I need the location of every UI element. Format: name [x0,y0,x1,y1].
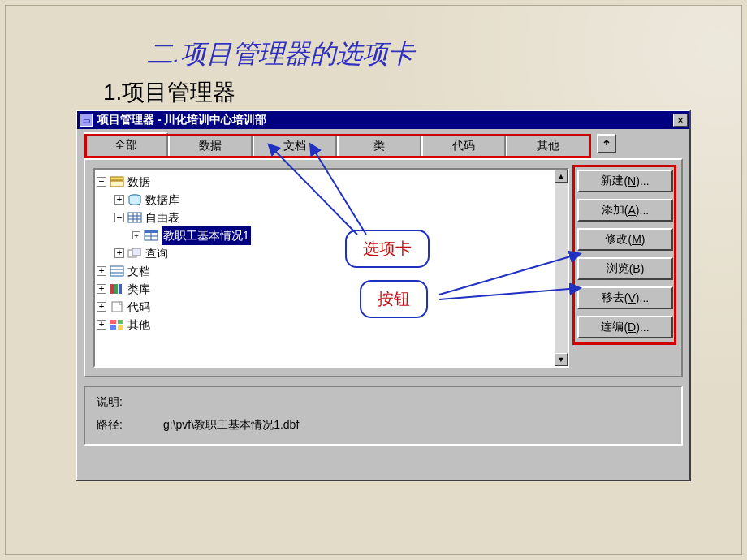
expand-icon[interactable]: + [132,231,140,239]
other-icon [110,319,124,330]
modify-button[interactable]: 修改(M) [577,228,673,251]
svg-rect-0 [110,177,123,180]
tree-node-selected[interactable]: + 教职工基本情况1 [97,226,566,244]
collapse-icon[interactable]: − [114,213,124,222]
tree-node-doc[interactable]: + 文档 [97,262,566,280]
browse-button[interactable]: 浏览(B) [577,257,673,280]
svg-rect-18 [114,284,118,294]
tree-node-database[interactable]: + 数据库 [97,191,566,209]
callout-buttons: 按钮 [360,280,428,318]
tree-label: 其他 [127,316,150,334]
query-icon [127,248,142,259]
slide-subtitle: 1.项目管理器 [103,77,725,108]
slide-title: 二.项目管理器的选项卡 [147,37,725,72]
tree: − 数据 + 数据库 − 自由表 [95,170,568,337]
path-value: g:\pvf\教职工基本情况1.dbf [163,418,299,433]
expand-icon[interactable]: + [97,302,106,312]
tree-label: 代码 [127,298,150,316]
tree-node-freetable[interactable]: − 自由表 [97,209,566,226]
svg-rect-24 [118,325,123,330]
svg-rect-9 [145,230,158,233]
new-button[interactable]: 新建(N)... [577,170,673,192]
callout-tabs: 选项卡 [345,230,430,268]
tree-label-selected: 教职工基本情况1 [162,226,251,245]
tree-node-classlib[interactable]: + 类库 [97,280,566,298]
svg-rect-13 [132,248,140,256]
expand-icon[interactable]: + [114,195,124,205]
scroll-down-icon[interactable]: ▼ [555,353,568,366]
tree-label: 自由表 [145,209,179,226]
tree-label: 数据库 [145,191,179,209]
data-icon [110,176,124,187]
titlebar[interactable]: ▭ 项目管理器 - 川化培训中心培训部 × [77,111,689,129]
svg-rect-21 [110,320,116,324]
tree-label: 文档 [127,262,150,280]
tab-code[interactable]: 代码 [421,134,506,157]
tree-label: 数据 [127,173,150,191]
tab-other[interactable]: 其他 [506,134,590,157]
tree-node-data[interactable]: − 数据 [97,173,566,191]
tab-class[interactable]: 类 [337,134,421,157]
expand-arrow-button[interactable] [597,134,616,153]
table-icon [144,230,158,241]
tree-node-other[interactable]: + 其他 [97,316,566,334]
svg-rect-17 [110,284,114,294]
tree-label: 查询 [145,244,168,262]
database-icon [127,194,142,205]
svg-rect-22 [118,320,123,324]
table-icon [127,212,142,223]
path-label: 路径: [97,418,139,433]
close-button[interactable]: × [673,114,688,127]
code-icon [110,301,124,312]
collapse-icon[interactable]: − [97,177,106,187]
tree-label: 类库 [127,280,150,298]
tree-node-code[interactable]: + 代码 [97,298,566,316]
expand-icon[interactable]: + [114,248,124,258]
doc-icon [110,265,124,277]
tab-data[interactable]: 数据 [168,134,253,157]
svg-rect-3 [128,213,141,222]
tab-doc[interactable]: 文档 [253,134,337,157]
tree-node-query[interactable]: + 查询 [97,244,566,262]
action-button-column: 新建(N)... 添加(A)... 修改(M) 浏览(B) 移去(V)... 连… [577,168,673,368]
add-button[interactable]: 添加(A)... [577,199,673,222]
svg-rect-23 [110,325,116,330]
desc-label: 说明: [97,395,139,410]
expand-icon[interactable]: + [97,266,106,276]
remove-button[interactable]: 移去(V)... [577,286,673,309]
client-area: − 数据 + 数据库 − 自由表 [84,158,683,377]
slide: 二.项目管理器的选项卡 1.项目管理器 ▭ 项目管理器 - 川化培训中心培训部 … [5,5,742,555]
tab-all[interactable]: 全部 [84,132,168,157]
expand-icon[interactable]: + [97,320,106,330]
svg-rect-1 [110,181,123,187]
vertical-scrollbar[interactable]: ▲ ▼ [555,170,568,366]
expand-icon[interactable]: + [97,284,106,294]
tree-panel: − 数据 + 数据库 − 自由表 [93,168,569,368]
build-button[interactable]: 连编(D)... [577,316,673,338]
scroll-up-icon[interactable]: ▲ [555,170,568,183]
window-title: 项目管理器 - 川化培训中心培训部 [97,113,668,127]
svg-rect-14 [110,266,123,276]
classlib-icon [110,283,124,295]
tab-bar: 全部 数据 文档 类 代码 其他 [77,129,689,158]
svg-rect-19 [119,284,122,294]
sys-icon: ▭ [80,114,93,127]
info-panel: 说明: 路径: g:\pvf\教职工基本情况1.dbf [84,386,683,446]
svg-rect-20 [112,302,122,312]
